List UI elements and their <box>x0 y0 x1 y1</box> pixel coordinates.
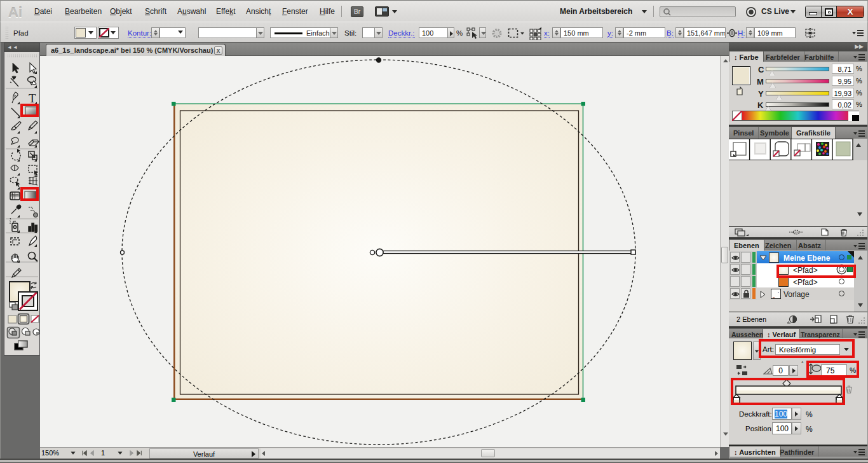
svg-text:T: T <box>29 92 36 105</box>
